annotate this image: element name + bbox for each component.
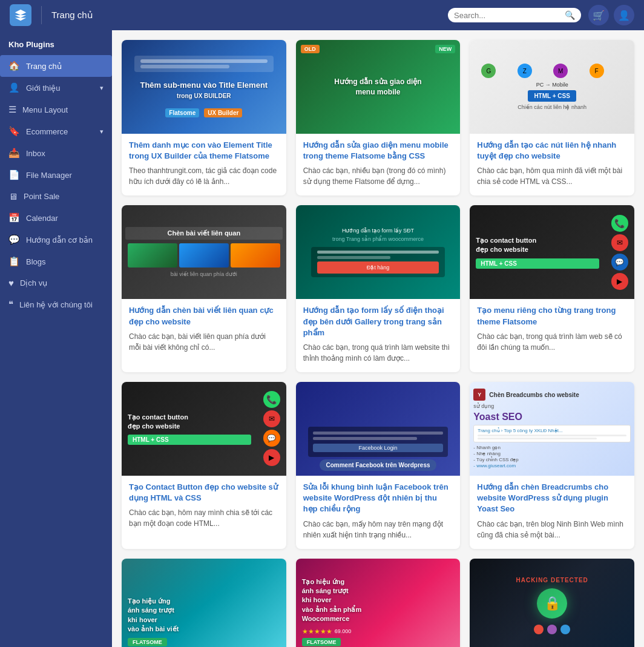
heart-icon: ♥ [8, 278, 14, 288]
card-body: Hướng dẫn chèn bài viết liên quan cực đẹ… [122, 299, 286, 361]
topbar: Trang chủ 🔍 🛒 👤 [0, 0, 644, 30]
sidebar-item-label: Ecommerce [26, 127, 68, 136]
card-12: HACKING DETECTED 🔒 [470, 559, 634, 648]
card-thumbnail: Chèn bài viết liên quan bài viết liên qu… [122, 205, 286, 299]
card-excerpt: Chào các bạn, trong quá trình làm websit… [303, 342, 453, 364]
card-title[interactable]: Hướng dẫn sửa giao diện menu mobile tron… [303, 140, 453, 162]
card-8: Facebook Login Comment Facebook trên Wor… [296, 382, 461, 549]
card-excerpt: Chào các bạn, trong quá trình làm web sẽ… [477, 331, 627, 353]
card-1: Thêm sub-menu vào Title Elementtrong UX … [122, 40, 286, 195]
card-title[interactable]: Tạo menu riêng cho từng trang trong them… [477, 305, 627, 327]
sidebar-item-label: Menu Layout [22, 105, 68, 114]
chevron-down-icon: ▾ [100, 84, 104, 92]
card-body: Hướng dẫn tạo form lấy số điện thoại đẹp… [296, 299, 461, 372]
card-7: Tạo contact buttonđẹp cho website HTML +… [122, 382, 286, 549]
sidebar-item-menu-layout[interactable]: ☰ Menu Layout [0, 99, 112, 120]
sidebar-item-label: Liên hệ với chúng tôi [19, 300, 93, 309]
calendar-icon: 📅 [8, 212, 20, 223]
sidebar-item-label: Trang chủ [26, 62, 62, 71]
sidebar-header: Kho Plugins [0, 38, 112, 55]
card-3: G Z M F PC → Mobile HTML + CSS Chiến các… [470, 40, 634, 195]
home-icon: 🏠 [8, 61, 20, 71]
monitor-icon: 🖥 [8, 191, 18, 202]
topbar-divider [41, 6, 42, 24]
bookmark-icon: 🔖 [8, 126, 20, 137]
card-body: Tạo menu riêng cho từng trang trong them… [470, 299, 634, 361]
sidebar-item-point-sale[interactable]: 🖥 Point Sale [0, 186, 112, 207]
sidebar-item-dich-vu[interactable]: ♥ Dịch vụ [0, 272, 112, 294]
card-title[interactable]: Hướng dẫn chèn bài viết liên quan cực đẹ… [129, 305, 279, 327]
main-content: Thêm sub-menu vào Title Elementtrong UX … [112, 30, 644, 647]
sidebar-item-label: Inbox [26, 149, 45, 158]
menu-icon: ☰ [8, 104, 16, 115]
card-5: Hướng dẫn tạo form lấy SĐT trong Trang s… [296, 205, 461, 372]
search-bar: 🔍 [448, 8, 581, 22]
topbar-title: Trang chủ [51, 10, 441, 21]
logo[interactable] [10, 4, 31, 26]
sidebar-item-blogs[interactable]: 📋 Blogs [0, 251, 112, 272]
card-11: Tạo hiệu ứngánh sáng trượtkhi hovervào ả… [296, 559, 461, 648]
card-thumbnail: Tạo contact buttonđẹp cho website HTML +… [122, 382, 286, 476]
card-thumbnail: G Z M F PC → Mobile HTML + CSS Chiến các… [470, 40, 634, 134]
card-9: Y Chèn Breadcumbs cho website sử dụng Yo… [470, 382, 634, 549]
card-excerpt: Chào các bạn, hôm qua mình đã viết một b… [477, 165, 627, 187]
search-icon: 🔍 [565, 10, 575, 20]
sidebar-item-huong-dan[interactable]: 💬 Hướng dẫn cơ bản [0, 229, 112, 251]
sidebar-item-label: File Manager [26, 171, 72, 180]
sidebar-item-file-manager[interactable]: 📄 File Manager [0, 164, 112, 186]
sidebar-item-label: Blogs [26, 257, 46, 266]
sidebar-item-trang-chu[interactable]: 🏠 Trang chủ [0, 55, 112, 77]
chevron-down-icon: ▾ [100, 128, 104, 136]
main-layout: Kho Plugins 🏠 Trang chủ 👤 Giới thiệu ▾ ☰… [0, 30, 644, 647]
card-title[interactable]: Sửa lỗi khung bình luận Facebook trên we… [303, 482, 453, 515]
card-thumbnail: Hướng dẫn tạo form lấy SĐT trong Trang s… [296, 205, 461, 299]
card-excerpt: Chào các bạn, trên blog Ninh Bình Web mì… [477, 519, 627, 540]
card-excerpt: Theo thanhtrungit.com, tác giả các đoạn … [129, 165, 279, 187]
user-button[interactable]: 👤 [614, 5, 634, 25]
card-grid: Thêm sub-menu vào Title Elementtrong UX … [122, 40, 634, 647]
card-title[interactable]: Tạo Contact Button đẹp cho website sử dụ… [129, 482, 279, 504]
chat-icon: 💬 [8, 234, 20, 245]
card-thumbnail: Thêm sub-menu vào Title Elementtrong UX … [122, 40, 286, 134]
card-body: Tạo Contact Button đẹp cho website sử dụ… [122, 476, 286, 537]
sidebar-item-inbox[interactable]: 📥 Inbox [0, 142, 112, 164]
sidebar-item-calendar[interactable]: 📅 Calendar [0, 207, 112, 229]
sidebar-item-label: Dịch vụ [20, 278, 47, 287]
sidebar-item-label: Point Sale [24, 192, 59, 201]
card-thumbnail: Facebook Login Comment Facebook trên Wor… [296, 382, 461, 476]
card-thumbnail: Tạo hiệu ứngánh sáng trượtkhi hovervào ả… [296, 559, 461, 648]
card-title[interactable]: Thêm danh mục con vào Element Title tron… [129, 140, 279, 162]
sidebar-item-lien-he[interactable]: ❝ Liên hệ với chúng tôi [0, 294, 112, 315]
card-excerpt: Chào các bạn, mấy hôm nay trên mạng đột … [303, 519, 453, 540]
sidebar: Kho Plugins 🏠 Trang chủ 👤 Giới thiệu ▾ ☰… [0, 30, 112, 647]
card-4: Chèn bài viết liên quan bài viết liên qu… [122, 205, 286, 372]
cart-button[interactable]: 🛒 [588, 5, 609, 25]
file-icon: 📄 [8, 169, 20, 180]
card-thumbnail: OLD NEW Hướng dẫn sửa giao diệnmenu mobi… [296, 40, 461, 134]
card-2: OLD NEW Hướng dẫn sửa giao diệnmenu mobi… [296, 40, 461, 195]
sidebar-item-gioi-thieu[interactable]: 👤 Giới thiệu ▾ [0, 77, 112, 99]
card-thumbnail: Tạo hiệu ứngánh sáng trượtkhi hovervào ả… [122, 559, 286, 648]
card-thumbnail: Y Chèn Breadcumbs cho website sử dụng Yo… [470, 382, 634, 476]
card-title[interactable]: Hướng dẫn tạo form lấy số điện thoại đẹp… [303, 305, 453, 338]
list-icon: 📋 [8, 256, 20, 267]
card-body: Hướng dẫn chèn Breadcrumbs cho website W… [470, 476, 634, 549]
card-thumbnail: Tạo contact buttonđẹp cho website HTML +… [470, 205, 634, 299]
sidebar-item-ecommerce[interactable]: 🔖 Ecommerce ▾ [0, 120, 112, 142]
card-excerpt: Chào các bạn, hôm nay mình chia sẽ tới c… [129, 507, 279, 529]
card-title[interactable]: Hướng dẫn chèn Breadcrumbs cho website W… [477, 482, 627, 515]
card-excerpt: Chào các bạn, nhiều bạn (trong đó có mìn… [303, 165, 453, 187]
inbox-icon: 📥 [8, 148, 20, 159]
layers-icon [14, 8, 27, 22]
sidebar-item-label: Giới thiệu [26, 84, 60, 93]
card-body: Hướng dẫn sửa giao diện menu mobile tron… [296, 134, 461, 195]
topbar-action-icons: 🛒 👤 [588, 5, 634, 25]
card-title[interactable]: Hướng dẫn tạo các nút liên hệ nhanh tuyệ… [477, 140, 627, 162]
card-body: Thêm danh mục con vào Element Title tron… [122, 134, 286, 195]
quote-icon: ❝ [8, 299, 13, 310]
search-input[interactable] [454, 11, 561, 20]
user-icon: 👤 [8, 82, 20, 93]
card-thumbnail: HACKING DETECTED 🔒 [470, 559, 634, 648]
sidebar-item-label: Hướng dẫn cơ bản [26, 235, 93, 245]
sidebar-item-label: Calendar [26, 214, 58, 223]
